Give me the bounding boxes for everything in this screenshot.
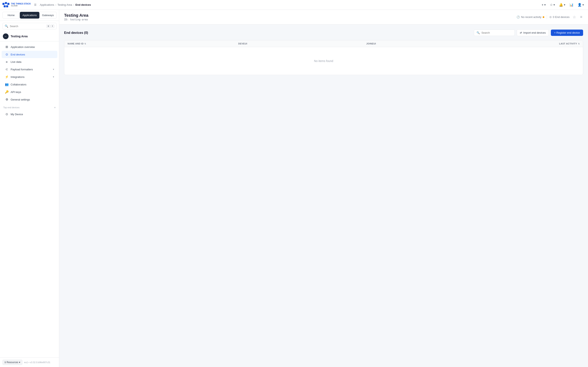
sidebar-gateways-button[interactable]: Gateways bbox=[39, 12, 57, 18]
app-overview-icon: ⊞ bbox=[5, 45, 9, 49]
devices-table: NAME AND ID ⇅ DEVEUI JOINEUI LAST ACTIVI… bbox=[64, 40, 583, 75]
sidebar-collapse-button[interactable]: ☰ bbox=[33, 2, 38, 8]
breadcrumb-current: End devices bbox=[75, 3, 91, 6]
star-chevron-icon: ▾ bbox=[553, 3, 555, 6]
sidebar-item-app-overview[interactable]: ⊞ Application overview bbox=[2, 43, 57, 50]
col-last-activity[interactable]: LAST ACTIVITY ⇅ bbox=[494, 42, 580, 45]
bell-icon: 🔔 bbox=[559, 3, 563, 7]
search-input[interactable] bbox=[10, 25, 45, 28]
sidebar-item-collaborators[interactable]: 👥 Collaborators bbox=[2, 81, 57, 88]
import-end-devices-button[interactable]: ⇄ Import end devices bbox=[517, 29, 549, 36]
sidebar-nav: ⊞ Application overview ⊙ End devices ≡ L… bbox=[0, 42, 59, 358]
sidebar-item-end-devices[interactable]: ⊙ End devices bbox=[2, 51, 57, 58]
plus-icon: + bbox=[542, 3, 544, 7]
general-settings-icon: ⚙ bbox=[5, 98, 9, 101]
chart-icon: 📊 bbox=[570, 3, 573, 7]
live-data-icon: ≡ bbox=[5, 60, 9, 64]
import-icon: ⇄ bbox=[520, 31, 522, 34]
sidebar-item-my-device[interactable]: ⊙ My Device bbox=[2, 110, 57, 118]
end-devices-icon: ⊙ bbox=[5, 53, 9, 56]
sidebar-item-end-devices-label: End devices bbox=[11, 53, 25, 56]
col-deveui-label: DEVEUI bbox=[238, 42, 247, 45]
register-end-device-button[interactable]: + Register end device bbox=[551, 30, 583, 36]
no-recent-activity: 🕐 No recent activity bbox=[517, 16, 544, 18]
sidebar-item-integrations[interactable]: ⚡ Integrations ▾ bbox=[2, 73, 57, 81]
sidebar-item-api-keys-label: API keys bbox=[11, 91, 21, 94]
sidebar-footer: ℹ Resources ▾ eu1 • v3.32.0.b96e907c31 bbox=[0, 358, 59, 367]
sort-icon: ⇅ bbox=[84, 43, 86, 45]
add-chevron-icon: ▾ bbox=[544, 3, 546, 6]
resources-label: Resources bbox=[7, 361, 18, 364]
breadcrumb-applications[interactable]: Applications bbox=[40, 3, 54, 6]
breadcrumb: Applications › Testing Area › End device… bbox=[40, 3, 91, 6]
devices-search-input[interactable] bbox=[481, 31, 512, 34]
star-button[interactable]: ☆ ▾ bbox=[548, 2, 557, 8]
search-shortcut-cmd: ⌘ bbox=[46, 25, 51, 28]
content-header: Testing Area ID: testing-area 🕐 No recen… bbox=[59, 10, 588, 25]
notifications-button[interactable]: 🔔 ▾ bbox=[557, 2, 567, 8]
sidebar-item-my-device-label: My Device bbox=[11, 113, 23, 116]
devices-icon: ⊙ bbox=[549, 16, 552, 18]
col-deveui: DEVEUI bbox=[238, 42, 366, 45]
search-icon: 🔍 bbox=[5, 25, 8, 28]
content-subtitle: ID: testing-area bbox=[64, 18, 88, 21]
resources-button[interactable]: ℹ Resources ▾ bbox=[2, 360, 22, 365]
end-devices-count-label: 0 End devices bbox=[553, 16, 570, 18]
svg-rect-0 bbox=[2, 3, 4, 5]
sidebar-item-api-keys[interactable]: 🔑 API keys bbox=[2, 88, 57, 96]
payload-formatters-icon: ⊂ bbox=[5, 67, 9, 71]
integrations-chevron-icon: ▾ bbox=[53, 75, 54, 78]
devices-table-header: NAME AND ID ⇅ DEVEUI JOINEUI LAST ACTIVI… bbox=[64, 40, 583, 47]
sidebar-item-integrations-label: Integrations bbox=[11, 75, 25, 78]
sidebar: Home Applications Gateways 🔍 ⌘ K ← Testi… bbox=[0, 10, 59, 367]
svg-rect-4 bbox=[6, 5, 8, 7]
register-label: + Register end device bbox=[554, 31, 580, 34]
user-icon: 👤 bbox=[578, 3, 582, 7]
breadcrumb-sep-1: › bbox=[55, 3, 56, 6]
sidebar-back-item[interactable]: ← Testing Area bbox=[0, 31, 59, 42]
svg-rect-1 bbox=[5, 2, 7, 4]
user-button[interactable]: 👤 ▾ bbox=[576, 2, 586, 8]
header-star-button[interactable]: ☆ bbox=[572, 14, 577, 20]
devices-search-icon: 🔍 bbox=[476, 31, 480, 34]
back-arrow-icon: ← bbox=[4, 35, 7, 38]
content-title: Testing Area bbox=[64, 13, 88, 18]
header-menu-icon: ≡ bbox=[580, 15, 582, 19]
add-button[interactable]: + ▾ bbox=[540, 2, 547, 8]
content-header-right: 🕐 No recent activity ⊙ 0 End devices ☆ ≡ bbox=[517, 14, 583, 20]
header-menu-button[interactable]: ≡ bbox=[579, 14, 583, 20]
sidebar-item-live-data[interactable]: ≡ Live data bbox=[2, 58, 57, 66]
sidebar-home-button[interactable]: Home bbox=[2, 12, 20, 18]
sidebar-item-payload-formatters[interactable]: ⊂ Payload formatters ▾ bbox=[2, 66, 57, 73]
logo: THE THINGS STACK CLOUD bbox=[2, 2, 31, 8]
logo-text: THE THINGS STACK CLOUD bbox=[11, 3, 31, 7]
svg-rect-2 bbox=[7, 3, 9, 5]
col-name-id[interactable]: NAME AND ID ⇅ bbox=[68, 42, 238, 45]
sidebar-nav-group-container: Home Applications Gateways bbox=[0, 10, 59, 21]
breadcrumb-testing-area[interactable]: Testing Area bbox=[58, 3, 72, 6]
notifications-chevron-icon: ▾ bbox=[564, 3, 565, 6]
top-nav-right: + ▾ ☆ ▾ 🔔 ▾ 📊 👤 ▾ bbox=[540, 2, 586, 8]
sidebar-item-general-settings[interactable]: ⚙ General settings bbox=[2, 96, 57, 103]
sidebar-app-name: Testing Area bbox=[11, 35, 27, 38]
analytics-button[interactable]: 📊 bbox=[568, 2, 575, 8]
collapse-icon: ☰ bbox=[34, 3, 36, 6]
search-box[interactable]: 🔍 ⌘ K bbox=[2, 23, 57, 29]
devices-search-box[interactable]: 🔍 bbox=[474, 30, 515, 36]
top-nav-left: THE THINGS STACK CLOUD ☰ Applications › … bbox=[2, 2, 91, 8]
back-button[interactable]: ← bbox=[3, 33, 9, 39]
top-nav: THE THINGS STACK CLOUD ☰ Applications › … bbox=[0, 0, 588, 10]
col-last-activity-label: LAST ACTIVITY bbox=[559, 42, 577, 45]
breadcrumb-sep-2: › bbox=[73, 3, 74, 6]
search-shortcut: ⌘ K bbox=[46, 25, 54, 28]
main-layout: Home Applications Gateways 🔍 ⌘ K ← Testi… bbox=[0, 10, 588, 367]
devices-section-title: End devices (0) bbox=[64, 31, 88, 35]
info-icon: ℹ bbox=[5, 361, 6, 364]
my-device-icon: ⊙ bbox=[5, 112, 9, 116]
no-items-message: No items found bbox=[314, 59, 333, 63]
devices-toolbar-right: 🔍 ⇄ Import end devices + Register end de… bbox=[474, 29, 583, 36]
add-device-button[interactable]: + bbox=[54, 106, 56, 109]
sidebar-item-app-overview-label: Application overview bbox=[11, 45, 35, 49]
activity-icon: 🕐 bbox=[517, 16, 520, 18]
sidebar-applications-button[interactable]: Applications bbox=[20, 12, 39, 18]
